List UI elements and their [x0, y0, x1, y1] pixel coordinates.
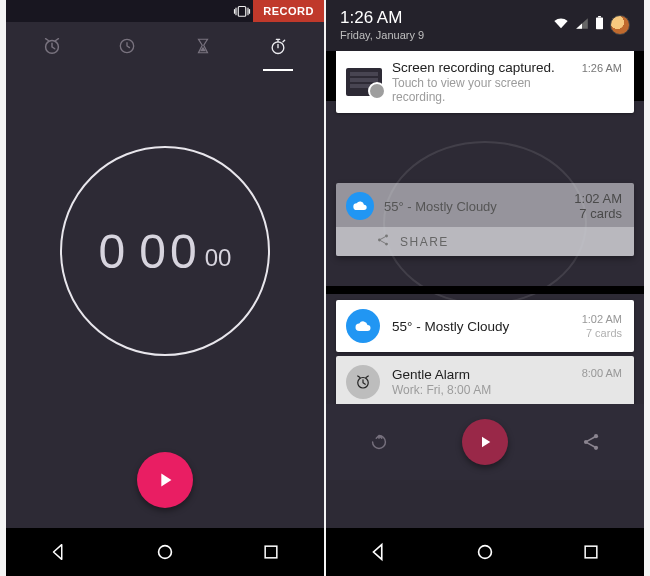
screen-recording-thumbnail-icon: [346, 68, 382, 96]
clock-app: 0 00 00: [6, 22, 324, 528]
cloud-icon: [346, 309, 380, 343]
share-icon: [376, 233, 390, 250]
stopwatch-centis: 00: [205, 244, 232, 272]
tab-alarm[interactable]: [33, 27, 71, 65]
clock-actions: [326, 404, 644, 480]
notification-alarm[interactable]: Gentle Alarm Work: Fri, 8:00 AM 8:00 AM: [336, 356, 634, 408]
share-label: SHARE: [400, 235, 449, 249]
cloud-icon: [346, 192, 374, 220]
reset-button[interactable]: [355, 418, 403, 466]
card-title: 55° - Mostly Cloudy: [384, 199, 574, 214]
alarm-icon: [346, 365, 380, 399]
svg-rect-7: [598, 16, 601, 17]
system-nav: [6, 528, 324, 576]
comparison-stage: RECORD: [0, 0, 650, 576]
shade-body: Screen recording captured. Touch to view…: [326, 51, 644, 528]
notification-subtext: Touch to view your screen recording.: [392, 76, 572, 104]
signal-icon: [575, 17, 589, 32]
nav-recent[interactable]: [241, 532, 301, 572]
tab-stopwatch[interactable]: [259, 27, 297, 65]
vibrate-icon: [231, 2, 253, 20]
card-share-action[interactable]: SHARE: [336, 227, 634, 256]
phone-right: 1:26 AM Friday, January 9: [326, 0, 644, 576]
fab-row: [6, 432, 324, 528]
card-time: 1:02 AM: [574, 191, 622, 206]
card-count: 7 cards: [574, 206, 622, 221]
share-button[interactable]: [567, 418, 615, 466]
play-icon: [154, 469, 176, 491]
stopwatch-ring: 0 00 00: [60, 146, 270, 356]
svg-rect-6: [596, 17, 603, 29]
tab-clock[interactable]: [108, 27, 146, 65]
notification-title: Screen recording captured.: [392, 60, 572, 75]
shade-status[interactable]: 1:26 AM Friday, January 9: [326, 0, 644, 51]
stopwatch-seconds: 00: [139, 224, 200, 279]
profile-avatar[interactable]: [610, 15, 630, 35]
notification-cards: 7 cards: [582, 327, 622, 339]
stopwatch-minutes: 0: [99, 224, 130, 279]
notification-time: 1:02 AM: [582, 313, 622, 325]
wifi-icon: [553, 17, 569, 32]
nav-home[interactable]: [455, 532, 515, 572]
play-icon: [476, 433, 494, 451]
start-button[interactable]: [137, 452, 193, 508]
svg-point-15: [479, 546, 492, 559]
svg-rect-5: [265, 546, 277, 558]
status-icons: [553, 15, 630, 35]
notification-subtext: Work: Fri, 8:00 AM: [392, 383, 582, 397]
notification-time: 8:00 AM: [582, 367, 622, 379]
notification-screen-recording[interactable]: Screen recording captured. Touch to view…: [336, 51, 634, 113]
stopwatch-display: 0 00 00: [6, 70, 324, 432]
battery-icon: [595, 16, 604, 33]
status-time-date: 1:26 AM Friday, January 9: [340, 8, 424, 41]
nav-home[interactable]: [135, 532, 195, 572]
status-date: Friday, January 9: [340, 29, 424, 41]
nav-back[interactable]: [29, 532, 89, 572]
svg-point-4: [159, 546, 172, 559]
status-time: 1:26 AM: [340, 8, 424, 28]
stopwatch-time: 0 00 00: [99, 224, 232, 279]
notification-time: 1:26 AM: [572, 62, 622, 74]
start-button[interactable]: [462, 419, 508, 465]
nav-back[interactable]: [349, 532, 409, 572]
svg-rect-0: [239, 7, 247, 17]
svg-rect-16: [585, 546, 597, 558]
notification-title: 55° - Mostly Cloudy: [392, 319, 582, 334]
notification-title: Gentle Alarm: [392, 367, 582, 382]
now-card-weather[interactable]: 55° - Mostly Cloudy 1:02 AM 7 cards S: [336, 183, 634, 256]
tab-bar: [6, 22, 324, 70]
tab-timer[interactable]: [184, 27, 222, 65]
notification-weather[interactable]: 55° - Mostly Cloudy 1:02 AM 7 cards: [336, 300, 634, 352]
nav-recent[interactable]: [561, 532, 621, 572]
system-nav: [326, 528, 644, 576]
divider: [326, 286, 644, 294]
phone-left: RECORD: [6, 0, 324, 576]
status-bar: RECORD: [6, 0, 324, 22]
